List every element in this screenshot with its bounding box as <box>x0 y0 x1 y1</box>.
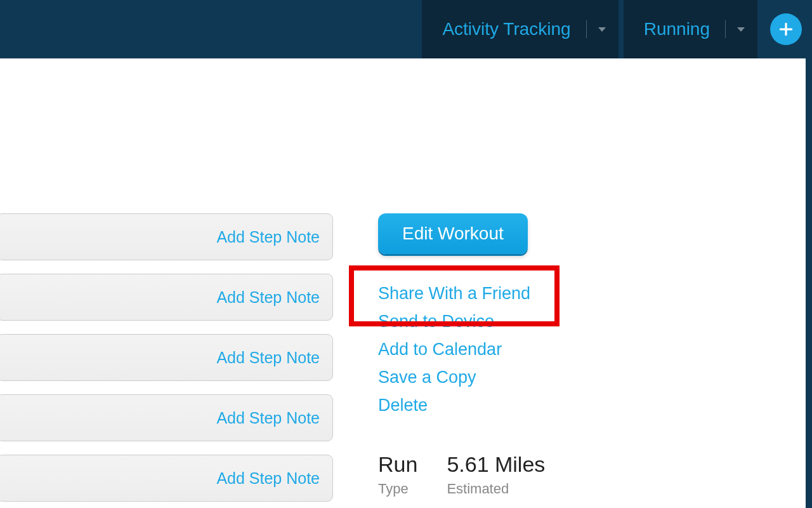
add-step-note-link[interactable]: Add Step Note <box>216 349 320 367</box>
top-navbar: Activity Tracking Running <box>0 0 812 58</box>
chevron-down-icon[interactable] <box>737 27 745 32</box>
step-card[interactable]: Add Step Note <box>0 274 333 321</box>
right-edge-strip <box>806 58 812 508</box>
stat-distance: 5.61 Miles Estimated <box>447 452 545 497</box>
chevron-down-icon[interactable] <box>598 27 606 32</box>
step-card[interactable]: Add Step Note <box>0 455 333 502</box>
add-step-note-link[interactable]: Add Step Note <box>216 228 320 246</box>
add-step-note-link[interactable]: Add Step Note <box>216 288 320 307</box>
nav-tab-label: Activity Tracking <box>442 19 570 39</box>
workout-stats: Run Type 5.61 Miles Estimated <box>378 452 545 497</box>
edit-workout-button[interactable]: Edit Workout <box>378 213 528 254</box>
plus-icon <box>778 21 794 37</box>
step-card[interactable]: Add Step Note <box>0 334 333 381</box>
stat-label: Type <box>378 481 417 497</box>
share-with-friend-link[interactable]: Share With a Friend <box>378 279 619 307</box>
stat-label: Estimated <box>447 481 545 497</box>
action-links: Share With a Friend Send to Device Add t… <box>378 279 619 419</box>
divider <box>725 20 726 38</box>
add-step-note-link[interactable]: Add Step Note <box>216 469 320 488</box>
add-step-note-link[interactable]: Add Step Note <box>216 409 320 427</box>
step-card[interactable]: Add Step Note <box>0 394 333 441</box>
step-card[interactable]: Add Step Note <box>0 213 333 260</box>
delete-link[interactable]: Delete <box>378 391 619 419</box>
stat-type: Run Type <box>378 452 417 497</box>
actions-column: Edit Workout Share With a Friend Send to… <box>378 213 619 419</box>
send-to-device-link[interactable]: Send to Device <box>378 307 619 335</box>
nav-tab-running[interactable]: Running <box>624 0 757 58</box>
stat-value: Run <box>378 452 417 477</box>
save-a-copy-link[interactable]: Save a Copy <box>378 363 619 391</box>
stat-value: 5.61 Miles <box>447 452 545 477</box>
divider <box>586 20 587 38</box>
nav-tab-activity-tracking[interactable]: Activity Tracking <box>422 0 618 58</box>
add-button[interactable] <box>770 13 802 45</box>
nav-tab-label: Running <box>644 19 710 39</box>
content-area: Add Step Note Add Step Note Add Step Not… <box>0 58 812 508</box>
add-to-calendar-link[interactable]: Add to Calendar <box>378 335 619 363</box>
steps-column: Add Step Note Add Step Note Add Step Not… <box>0 213 333 508</box>
